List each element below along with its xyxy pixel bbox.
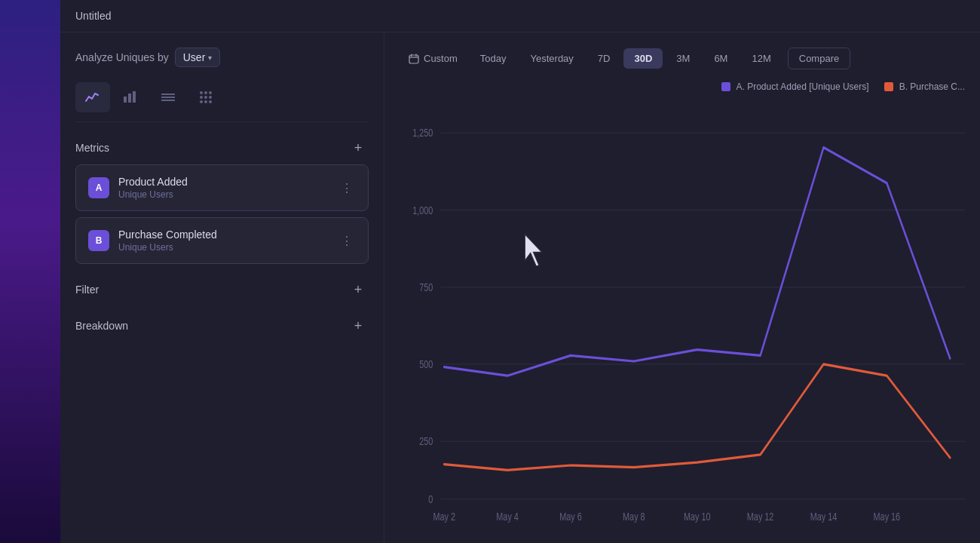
svg-text:250: 250 bbox=[419, 436, 433, 448]
series-b-line bbox=[444, 364, 950, 471]
tab-grid-chart[interactable] bbox=[188, 82, 223, 112]
time-btn-30d[interactable]: 30D bbox=[623, 48, 663, 69]
legend-item-a: A. Product Added [Unique Users] bbox=[721, 81, 869, 92]
time-btn-12m[interactable]: 12M bbox=[741, 48, 781, 69]
metrics-title: Metrics bbox=[75, 142, 109, 154]
time-btn-yesterday[interactable]: Yesterday bbox=[520, 48, 584, 69]
main-content: Untitled Analyze Uniques by User ▾ bbox=[60, 0, 980, 543]
time-btn-6m[interactable]: 6M bbox=[703, 48, 738, 69]
metric-card-b: B Purchase Completed Unique Users ⋮ bbox=[75, 217, 369, 264]
analyze-dropdown[interactable]: User ▾ bbox=[175, 48, 221, 67]
metric-badge-a: A bbox=[88, 177, 109, 198]
analyze-label: Analyze Uniques by bbox=[75, 51, 169, 63]
metric-name-b: Purchase Completed bbox=[118, 229, 329, 241]
legend-dot-a bbox=[721, 82, 730, 91]
svg-point-5 bbox=[204, 91, 207, 94]
metric-info-b: Purchase Completed Unique Users bbox=[118, 229, 329, 253]
svg-point-4 bbox=[200, 91, 203, 94]
filter-title: Filter bbox=[75, 284, 99, 296]
metric-menu-a[interactable]: ⋮ bbox=[338, 178, 356, 198]
add-metric-button[interactable]: + bbox=[348, 137, 369, 158]
metric-card-a: A Product Added Unique Users ⋮ bbox=[75, 164, 369, 211]
chevron-down-icon: ▾ bbox=[208, 54, 212, 62]
chart-tabs bbox=[75, 82, 369, 122]
legend-label-a: A. Product Added [Unique Users] bbox=[737, 81, 869, 92]
svg-rect-13 bbox=[409, 55, 418, 63]
accent-bar bbox=[0, 0, 60, 543]
metric-info-a: Product Added Unique Users bbox=[118, 176, 329, 200]
svg-point-7 bbox=[200, 96, 203, 99]
svg-point-9 bbox=[209, 96, 212, 99]
sidebar: Analyze Uniques by User ▾ bbox=[60, 32, 384, 543]
svg-point-12 bbox=[209, 100, 212, 103]
svg-rect-2 bbox=[128, 94, 131, 103]
chart-container: 1,250 1,000 750 500 250 0 bbox=[400, 104, 965, 528]
svg-text:500: 500 bbox=[419, 359, 433, 371]
filter-section: Filter + bbox=[75, 279, 369, 300]
page-title: Untitled bbox=[75, 10, 111, 22]
svg-text:May 4: May 4 bbox=[496, 511, 519, 523]
compare-button[interactable]: Compare bbox=[788, 48, 850, 69]
chart-svg: 1,250 1,000 750 500 250 0 bbox=[400, 104, 965, 528]
breakdown-title: Breakdown bbox=[75, 320, 128, 332]
svg-point-6 bbox=[209, 91, 212, 94]
tab-flow-chart[interactable] bbox=[151, 82, 185, 112]
tab-bar-chart[interactable] bbox=[113, 82, 148, 112]
chart-legend: A. Product Added [Unique Users] B. Purch… bbox=[400, 81, 965, 92]
metric-sub-a: Unique Users bbox=[118, 189, 329, 200]
add-breakdown-button[interactable]: + bbox=[348, 315, 369, 336]
legend-dot-b bbox=[884, 82, 893, 91]
svg-text:May 12: May 12 bbox=[747, 511, 774, 523]
svg-text:May 8: May 8 bbox=[623, 511, 645, 523]
custom-label: Custom bbox=[424, 53, 458, 64]
metric-badge-b: B bbox=[88, 230, 109, 251]
metric-name-a: Product Added bbox=[118, 176, 329, 188]
content-area: Analyze Uniques by User ▾ bbox=[60, 32, 980, 543]
svg-text:May 14: May 14 bbox=[810, 511, 838, 523]
svg-text:1,000: 1,000 bbox=[412, 204, 433, 216]
metrics-section: Metrics + A Product Added Unique Users ⋮… bbox=[75, 137, 369, 264]
metrics-header: Metrics + bbox=[75, 137, 369, 158]
time-btn-7d[interactable]: 7D bbox=[587, 48, 621, 69]
tab-line-chart[interactable] bbox=[75, 82, 110, 112]
svg-point-11 bbox=[204, 100, 207, 103]
analyze-row: Analyze Uniques by User ▾ bbox=[75, 48, 369, 67]
time-btn-today[interactable]: Today bbox=[470, 48, 517, 69]
metric-menu-b[interactable]: ⋮ bbox=[338, 231, 356, 251]
title-bar: Untitled bbox=[60, 0, 980, 32]
svg-point-8 bbox=[204, 96, 207, 99]
svg-rect-1 bbox=[124, 97, 127, 103]
svg-text:May 2: May 2 bbox=[433, 511, 455, 523]
svg-text:May 10: May 10 bbox=[684, 511, 711, 523]
breakdown-section: Breakdown + bbox=[75, 315, 369, 336]
time-range-bar: Custom Today Yesterday 7D 30D 3M 6M 12M … bbox=[400, 48, 965, 69]
series-a-line bbox=[444, 147, 950, 376]
svg-point-10 bbox=[200, 100, 203, 103]
chart-area: Custom Today Yesterday 7D 30D 3M 6M 12M … bbox=[384, 32, 980, 543]
svg-text:May 6: May 6 bbox=[559, 511, 582, 523]
svg-text:1,250: 1,250 bbox=[412, 127, 433, 140]
svg-rect-3 bbox=[133, 91, 136, 103]
time-btn-3m[interactable]: 3M bbox=[666, 48, 700, 69]
svg-text:May 16: May 16 bbox=[874, 511, 901, 523]
legend-label-b: B. Purchase C... bbox=[899, 81, 965, 92]
add-filter-button[interactable]: + bbox=[348, 279, 369, 300]
metric-sub-b: Unique Users bbox=[118, 242, 329, 253]
custom-date-button[interactable]: Custom bbox=[400, 48, 467, 69]
analyze-value: User bbox=[183, 51, 206, 63]
legend-item-b: B. Purchase C... bbox=[884, 81, 965, 92]
svg-text:750: 750 bbox=[419, 281, 433, 293]
svg-text:0: 0 bbox=[428, 493, 433, 505]
